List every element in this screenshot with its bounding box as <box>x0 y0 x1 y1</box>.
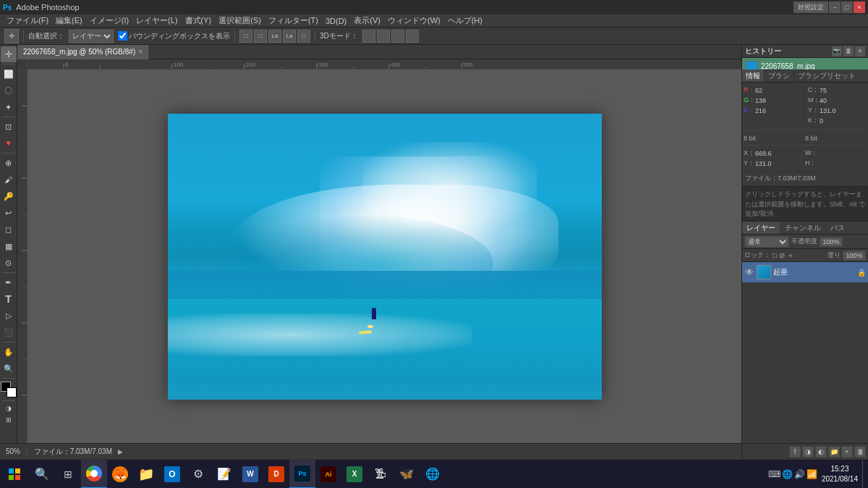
taskbar-misc2[interactable]: 🌐 <box>420 460 446 489</box>
menu-edit[interactable]: 編集(E) <box>52 15 86 26</box>
3d-btn-2[interactable] <box>377 30 390 43</box>
taskbar-misc1[interactable]: 🦋 <box>393 460 420 489</box>
3d-btn-3[interactable] <box>391 30 404 43</box>
3d-btn-1[interactable] <box>362 30 375 43</box>
transform-btn-3[interactable]: La <box>268 30 281 43</box>
tab-paths[interactable]: パス <box>826 222 849 234</box>
taskbar-search[interactable]: 🔍 <box>29 460 55 489</box>
zoom-tool[interactable]: 🔍 <box>1 361 17 376</box>
show-desktop-btn[interactable] <box>862 460 865 488</box>
layer-visibility-icon[interactable]: 👁 <box>744 267 754 277</box>
layer-delete-btn[interactable]: 🗑 <box>854 446 866 458</box>
stamp-tool[interactable]: 🔑 <box>1 188 17 204</box>
layer-style-btn[interactable]: f <box>789 446 801 458</box>
taskbar-office[interactable]: D <box>263 460 289 489</box>
3d-btn-4[interactable] <box>406 30 419 43</box>
auto-select-dropdown[interactable]: レイヤー グループ <box>69 30 114 43</box>
dodge-tool[interactable]: ⊙ <box>1 255 17 271</box>
layer-mask-btn[interactable]: ◑ <box>802 446 814 458</box>
healing-tool[interactable]: ⊕ <box>1 155 17 171</box>
fill-input[interactable] <box>843 251 866 261</box>
taskbar-word[interactable]: W <box>237 460 263 489</box>
history-camera-btn[interactable]: 📷 <box>832 46 842 56</box>
crop-tool[interactable]: ⊡ <box>1 119 17 135</box>
taskbar-explorer[interactable]: 📁 <box>133 460 159 489</box>
menu-view[interactable]: 表示(V) <box>350 15 384 26</box>
opacity-input[interactable] <box>820 237 843 247</box>
transform-btn-4[interactable]: La <box>283 30 296 43</box>
menu-layer[interactable]: レイヤー(L) <box>132 15 181 26</box>
eraser-tool[interactable]: ◻ <box>1 222 17 237</box>
menu-window[interactable]: ウィンドウ(W) <box>384 15 444 26</box>
taskbar-cortana[interactable]: 📝 <box>211 460 237 489</box>
tray-icon-2[interactable]: 🌐 <box>782 469 793 479</box>
taskbar-outlook[interactable]: O <box>159 460 185 489</box>
menu-3d[interactable]: 3D(D) <box>322 17 350 25</box>
lock-all-btn[interactable]: ＋ <box>787 251 794 261</box>
menu-image[interactable]: イメージ(I) <box>86 15 132 26</box>
taskbar-firefox[interactable]: 🦊 <box>107 460 133 489</box>
layer-new-btn[interactable]: + <box>841 446 853 458</box>
document-tab-close[interactable]: × <box>138 48 142 56</box>
lasso-tool[interactable]: 〇 <box>1 83 17 98</box>
layer-group-btn[interactable]: 📁 <box>828 446 840 458</box>
extra-button[interactable]: 対照設定 <box>793 1 828 13</box>
move-tool-options[interactable]: ✛ <box>4 29 19 43</box>
transform-btn-1[interactable]: □ <box>239 30 252 43</box>
menu-file[interactable]: ファイル(F) <box>3 15 52 26</box>
shape-tool[interactable]: ⬛ <box>1 324 17 340</box>
wand-tool[interactable]: ✦ <box>1 99 17 115</box>
menu-filter[interactable]: フィルター(T) <box>265 15 322 26</box>
history-brush-tool[interactable]: ↩ <box>1 205 17 221</box>
brush-tool[interactable]: 🖌 <box>1 172 17 188</box>
type-tool[interactable]: T <box>1 291 17 307</box>
tab-layers[interactable]: レイヤー <box>742 222 780 234</box>
tab-brush[interactable]: ブラシ <box>765 70 794 82</box>
bounding-box-checkbox-label[interactable]: バウンディングボックスを表示 <box>118 31 230 41</box>
tray-icon-1[interactable]: ⌨ <box>768 469 780 479</box>
taskbar-chrome[interactable] <box>81 460 107 489</box>
transform-btn-5[interactable]: □ <box>297 30 310 43</box>
lock-pixel-btn[interactable]: □ <box>773 251 777 259</box>
taskbar-excel[interactable]: X <box>341 460 367 489</box>
layer-item-background[interactable]: 👁 起亜 🔒 <box>742 262 868 282</box>
taskbar-task-view[interactable]: ⊞ <box>55 460 81 489</box>
marquee-tool[interactable]: ⬜ <box>1 66 17 82</box>
tab-brush-preset[interactable]: ブラシプリセット <box>794 70 859 82</box>
menu-type[interactable]: 書式(Y) <box>182 15 216 26</box>
start-button[interactable] <box>0 460 29 489</box>
history-trash-btn[interactable]: 🗑 <box>843 46 854 56</box>
svg-text:300: 300 <box>318 62 328 68</box>
taskbar-clock[interactable]: 15:23 2021/08/14 <box>819 464 861 484</box>
layer-adjustment-btn[interactable]: ◐ <box>815 446 827 458</box>
gradient-tool[interactable]: ▦ <box>1 238 17 254</box>
taskbar-illustrator[interactable]: Ai <box>315 460 341 489</box>
document-tab[interactable]: 22067658_m.jpg @ 50% (RGB/8#) × <box>17 45 149 59</box>
taskbar-photoshop[interactable]: Ps <box>289 460 315 489</box>
pen-tool[interactable]: ✒ <box>1 274 17 290</box>
foreground-background-colors[interactable] <box>1 382 17 397</box>
menu-help[interactable]: ヘルプ(H) <box>444 15 486 26</box>
mask-mode[interactable]: ◑ <box>1 403 17 414</box>
blend-mode-select[interactable]: 通常 <box>744 236 789 248</box>
screen-mode[interactable]: ⊞ <box>1 415 17 425</box>
menu-select[interactable]: 選択範囲(S) <box>215 15 265 26</box>
eyedropper-tool[interactable]: 🔻 <box>1 135 17 151</box>
tab-info[interactable]: 情報 <box>742 70 765 82</box>
status-arrow[interactable]: ▶ <box>118 448 123 455</box>
tab-channels[interactable]: チャンネル <box>780 222 826 234</box>
minimize-button[interactable]: － <box>829 1 841 13</box>
close-button[interactable]: × <box>854 1 865 13</box>
history-menu-btn[interactable]: ≡ <box>855 46 865 56</box>
move-tool[interactable]: ✛ <box>1 46 17 62</box>
bounding-box-checkbox[interactable] <box>118 31 127 41</box>
maximize-button[interactable]: □ <box>841 1 853 13</box>
hand-tool[interactable]: ✋ <box>1 344 17 360</box>
tray-icon-3[interactable]: 🔊 <box>794 469 805 479</box>
path-tool[interactable]: ▷ <box>1 308 17 324</box>
tray-network[interactable]: 📶 <box>807 469 817 479</box>
transform-btn-2[interactable]: □ <box>254 30 267 43</box>
taskbar-zip[interactable]: 🗜 <box>367 460 393 489</box>
lock-position-btn[interactable]: ⊘ <box>779 251 785 259</box>
taskbar-settings[interactable]: ⚙ <box>185 460 211 489</box>
